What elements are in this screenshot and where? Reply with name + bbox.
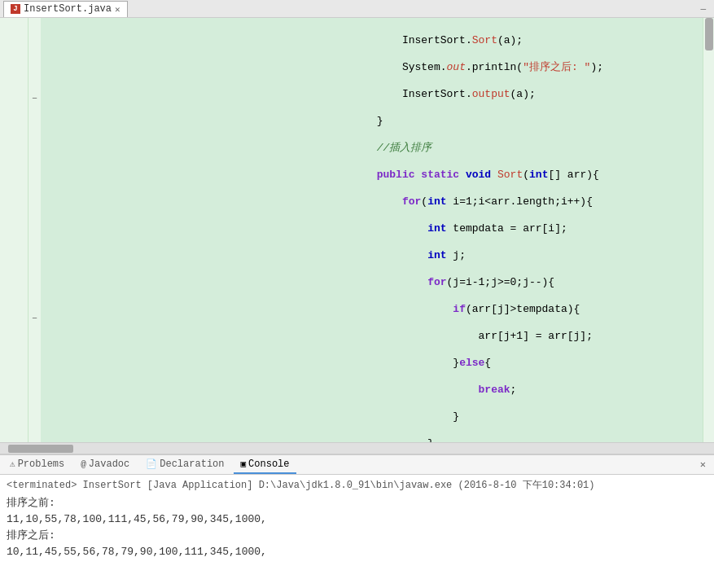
code-line: arr[j+1] = arr[j]; — [352, 329, 697, 344]
editor-tab-bar: J InsertSort.java ✕ — — [0, 0, 714, 18]
code-line: for(int i=1;i<arr.length;i++){ — [352, 195, 697, 209]
code-line: InsertSort.output(a); — [352, 87, 697, 102]
line-num — [0, 241, 28, 256]
line-num — [0, 50, 28, 65]
collapse-icon-output[interactable]: − — [28, 311, 41, 326]
problems-icon: ⚠ — [10, 459, 15, 469]
console-output-2: 11,10,55,78,100,111,45,56,79,90,345,1000… — [7, 511, 707, 528]
javadoc-icon: @ — [81, 459, 86, 469]
code-gutter: − − — [28, 18, 41, 442]
line-num — [0, 197, 28, 212]
line-num — [0, 285, 28, 300]
console-output-3: 排序之后: — [7, 528, 707, 544]
line-num — [0, 358, 28, 373]
line-numbers — [0, 18, 28, 442]
code-line: public static void Sort(int[] arr){ — [352, 168, 697, 182]
editor-minimize-icon[interactable]: — — [700, 4, 711, 14]
tab-console[interactable]: ▣ Console — [234, 456, 296, 474]
horizontal-scrollbar[interactable] — [0, 442, 714, 454]
declaration-icon: 📄 — [146, 459, 157, 469]
scrollbar-track — [0, 443, 714, 454]
editor-tab-insertsort[interactable]: J InsertSort.java ✕ — [3, 1, 128, 17]
editor-content: − − — [0, 18, 714, 442]
main-container: J InsertSort.java ✕ — — [0, 0, 714, 588]
console-icon: ▣ — [240, 459, 246, 469]
line-num — [0, 226, 28, 241]
bottom-panel: ⚠ Problems @ Javadoc 📄 Declaration ▣ Con… — [0, 454, 714, 588]
line-num — [0, 21, 28, 36]
vertical-scrollbar[interactable] — [703, 18, 714, 442]
code-line: if(arr[j]>tempdata){ — [352, 302, 697, 317]
left-gutter: − − — [0, 18, 345, 442]
code-line: }else{ — [352, 356, 697, 371]
line-num — [0, 153, 28, 168]
bottom-panel-close-icon[interactable]: ✕ — [695, 459, 711, 471]
java-file-icon: J — [11, 4, 20, 14]
tab-console-label: Console — [248, 459, 289, 470]
line-num — [0, 270, 28, 285]
code-line: } — [352, 114, 697, 129]
line-num — [0, 138, 28, 153]
line-num — [0, 36, 28, 50]
code-area: InsertSort.Sort(a); System.out.println("… — [345, 18, 703, 442]
line-num — [0, 65, 28, 80]
line-num — [0, 329, 28, 344]
console-terminated-line: <terminated> InsertSort [Java Applicatio… — [7, 478, 707, 492]
tab-declaration[interactable]: 📄 Declaration — [139, 456, 230, 474]
line-num — [0, 212, 28, 226]
console-output-4: 10,11,45,55,56,78,79,90,100,111,345,1000… — [7, 544, 707, 560]
code-line: } — [352, 437, 697, 442]
line-num — [0, 373, 28, 388]
line-num — [0, 80, 28, 94]
line-num — [0, 300, 28, 314]
tab-problems-label: Problems — [18, 459, 65, 470]
line-num — [0, 388, 28, 402]
line-num — [0, 314, 28, 329]
line-num — [0, 168, 28, 182]
line-num — [0, 94, 28, 109]
code-line: for(j=i-1;j>=0;j--){ — [352, 275, 697, 290]
tab-javadoc-label: Javadoc — [89, 459, 129, 470]
editor-area: J InsertSort.java ✕ — — [0, 0, 714, 454]
code-line: int j; — [352, 248, 697, 263]
console-content: <terminated> InsertSort [Java Applicatio… — [0, 475, 714, 588]
tab-declaration-label: Declaration — [160, 459, 224, 470]
tab-javadoc[interactable]: @ Javadoc — [74, 456, 136, 474]
code-line: InsertSort.Sort(a); — [352, 33, 697, 48]
console-output-1: 排序之前: — [7, 495, 707, 511]
code-line: System.out.println("排序之后: "); — [352, 60, 697, 75]
code-line: //插入排序 — [352, 141, 697, 156]
line-num — [0, 182, 28, 197]
bottom-tab-bar: ⚠ Problems @ Javadoc 📄 Declaration ▣ Con… — [0, 455, 714, 475]
tab-close-icon[interactable]: ✕ — [115, 4, 120, 15]
code-line: int tempdata = arr[i]; — [352, 222, 697, 236]
line-num — [0, 256, 28, 270]
scrollbar-thumb-h[interactable] — [8, 445, 73, 453]
tab-problems[interactable]: ⚠ Problems — [3, 456, 71, 474]
collapse-icon-sort[interactable]: − — [28, 91, 41, 106]
line-num — [0, 344, 28, 358]
code-line: } — [352, 410, 697, 424]
code-line: break; — [352, 383, 697, 397]
line-num — [0, 109, 28, 124]
line-num — [0, 124, 28, 138]
editor-tab-label: InsertSort.java — [24, 3, 112, 15]
scrollbar-thumb[interactable] — [705, 18, 713, 50]
